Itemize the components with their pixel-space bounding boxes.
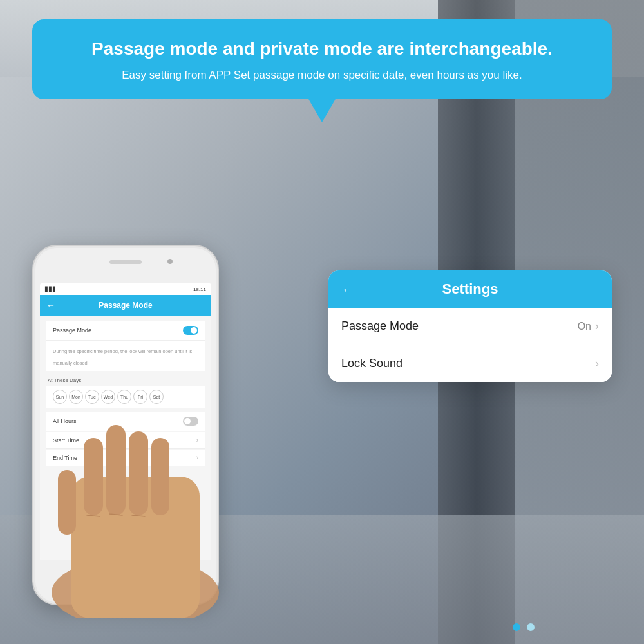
settings-passage-mode-label: Passage Mode [341,319,419,333]
phone-wrapper: ▋▋▋ 18:11 ← Passage Mode Passage Mode Du… [32,245,219,605]
settings-passage-mode-value: On › [578,319,599,333]
screen-title: Passage Mode [99,301,152,310]
settings-back-button[interactable]: ← [341,282,354,297]
time-display: 18:11 [193,287,206,292]
lock-sound-chevron: › [595,357,599,370]
dot-active[interactable] [513,623,520,631]
settings-lock-sound-value: › [595,357,599,370]
passage-mode-value-text: On [578,321,591,332]
svg-rect-6 [58,470,76,535]
hand-illustration [32,374,238,618]
svg-rect-3 [106,425,126,515]
passage-mode-label: Passage Mode [53,327,91,334]
settings-passage-mode-row[interactable]: Passage Mode On › [328,308,612,345]
screen-header: ← Passage Mode [40,295,211,316]
settings-title: Settings [365,281,576,298]
bubble-title: Passage mode and private mode are interc… [58,37,586,61]
signal-icon: ▋▋▋ [45,287,57,292]
svg-rect-4 [129,431,148,515]
svg-rect-2 [84,438,103,515]
passage-mode-row: Passage Mode [46,321,205,341]
back-button[interactable]: ← [46,300,55,310]
settings-lock-sound-row[interactable]: Lock Sound › [328,345,612,382]
settings-card: ← Settings Passage Mode On › Lock Sound … [328,270,612,382]
pagination-dots [513,623,535,631]
settings-header: ← Settings [328,270,612,308]
settings-lock-sound-label: Lock Sound [341,357,402,370]
passage-mode-chevron: › [595,319,599,333]
passage-mode-toggle[interactable] [183,326,198,335]
phone-speaker [109,260,142,264]
bubble-subtitle: Easy setting from APP Set passage mode o… [58,67,586,84]
phone-camera [167,259,173,264]
speech-bubble: Passage mode and private mode are interc… [32,19,612,99]
status-bar: ▋▋▋ 18:11 [40,283,211,295]
dot-inactive[interactable] [527,623,535,631]
description-text: During the specific time period, the loc… [53,348,192,366]
svg-rect-5 [151,438,169,515]
description-block: During the specific time period, the loc… [46,341,205,371]
